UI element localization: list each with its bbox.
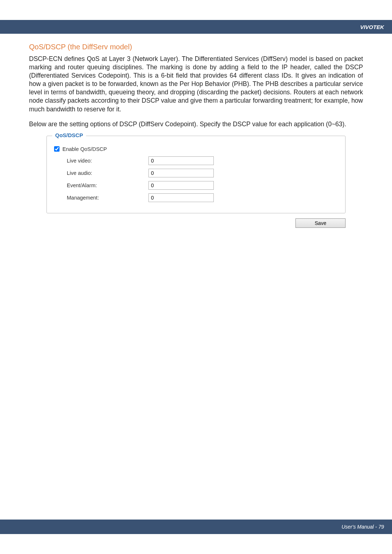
live-video-input[interactable] <box>148 156 214 165</box>
content-area: QoS/DSCP (the DiffServ model) DSCP-ECN d… <box>0 0 392 228</box>
event-alarm-label: Event/Alarm: <box>67 182 148 188</box>
qos-dscp-panel: QoS/DSCP Enable QoS/DSCP Live video: Liv… <box>46 136 346 213</box>
live-video-label: Live video: <box>67 158 148 164</box>
event-alarm-input[interactable] <box>148 181 214 190</box>
management-label: Management: <box>67 195 148 201</box>
live-audio-label: Live audio: <box>67 170 148 176</box>
management-input[interactable] <box>148 193 214 202</box>
paragraph-2: Below are the setting options of DSCP (D… <box>29 120 363 128</box>
live-video-row: Live video: <box>54 156 338 165</box>
brand-text: VIVOTEK <box>360 24 384 30</box>
enable-qos-label: Enable QoS/DSCP <box>62 146 107 152</box>
section-title: QoS/DSCP (the DiffServ model) <box>29 43 363 51</box>
panel-legend: QoS/DSCP <box>52 132 86 138</box>
event-alarm-row: Event/Alarm: <box>54 181 338 190</box>
management-row: Management: <box>54 193 338 202</box>
enable-checkbox-row: Enable QoS/DSCP <box>54 146 338 152</box>
paragraph-1: DSCP-ECN defines QoS at Layer 3 (Network… <box>29 55 363 114</box>
live-audio-input[interactable] <box>148 169 214 177</box>
header-bar: VIVOTEK <box>0 20 392 34</box>
enable-qos-checkbox[interactable] <box>54 146 60 152</box>
save-button[interactable]: Save <box>295 218 346 228</box>
save-row: Save <box>46 218 346 228</box>
live-audio-row: Live audio: <box>54 169 338 177</box>
footer-text: User's Manual - 79 <box>342 524 384 530</box>
footer-bar: User's Manual - 79 <box>0 520 392 534</box>
